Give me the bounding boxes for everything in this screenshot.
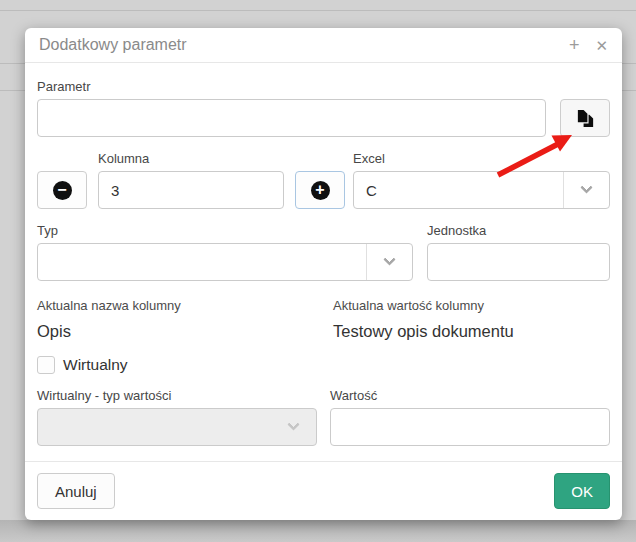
dialog-title: Dodatkowy parametr [39,36,187,54]
minus-circle-icon: − [53,181,72,200]
wirtualny-typ-wartosci-selected-value [38,409,270,445]
ok-button[interactable]: OK [554,473,610,509]
kolumna-label: Kolumna [98,151,345,166]
chevron-down-icon [580,181,593,194]
dialog-dodatkowy-parametr: Dodatkowy parametr + ✕ Parametr Kolumna [25,28,622,520]
chevron-down-icon [287,418,300,431]
close-icon[interactable]: ✕ [595,38,608,53]
aktualna-nazwa-kolumny-label: Aktualna nazwa kolumny [37,298,333,313]
dialog-footer: Anuluj OK [25,461,622,520]
wartosc-input[interactable] [330,408,610,446]
kolumna-input[interactable] [98,171,284,209]
copy-button[interactable] [560,99,610,137]
wartosc-label: Wartość [330,388,610,403]
parametr-label: Parametr [37,79,610,94]
increment-button[interactable]: + [295,171,345,209]
typ-selected-value [38,244,366,280]
wirtualny-typ-wartosci-label: Wirtualny - typ wartości [37,388,317,403]
aktualna-nazwa-kolumny-value: Opis [37,322,333,341]
decrement-button[interactable]: − [37,171,87,209]
expand-icon[interactable]: + [569,38,580,53]
aktualna-wartosc-kolumny-label: Aktualna wartość kolumny [333,298,610,313]
excel-select[interactable]: C [353,171,610,209]
copy-icon [575,108,596,129]
plus-circle-icon: + [311,181,330,200]
dialog-body: Parametr Kolumna − [25,63,622,461]
typ-label: Typ [37,223,413,238]
typ-select[interactable] [37,243,413,281]
jednostka-label: Jednostka [427,223,610,238]
wirtualny-checkbox-label: Wirtualny [63,356,128,374]
background-line [0,10,636,11]
parametr-input[interactable] [37,99,546,137]
jednostka-input[interactable] [427,243,610,281]
aktualna-wartosc-kolumny-value: Testowy opis dokumentu [333,322,610,341]
chevron-down-icon [383,253,396,266]
excel-selected-value: C [354,172,563,208]
dialog-header: Dodatkowy parametr + ✕ [25,28,622,63]
wirtualny-typ-wartosci-select [37,408,317,446]
excel-label: Excel [353,151,610,166]
wirtualny-checkbox[interactable] [37,356,55,374]
background-footer-band [0,520,636,542]
cancel-button[interactable]: Anuluj [37,473,115,509]
